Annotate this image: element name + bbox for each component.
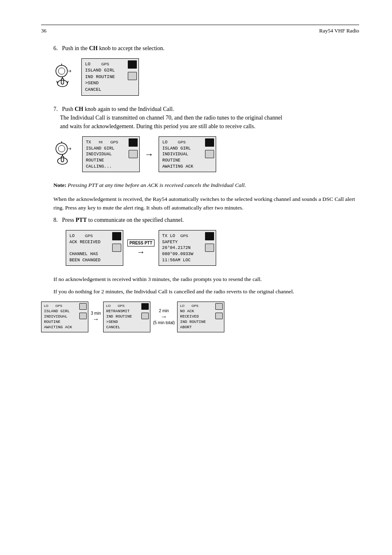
step-8-display-group: LO GPS ACK RECEIVED CHANNEL HAS BEEN CHA… xyxy=(66,230,359,266)
digit-bottom-outline xyxy=(128,72,137,80)
step-7-display2-text: LO GPS ISLAND GIRL INDIVIDUAL ROUTINE AW… xyxy=(162,139,194,169)
step-7-display1-digits xyxy=(129,138,138,158)
sm-digit-bottom-2 xyxy=(141,313,149,319)
svg-point-0 xyxy=(56,65,67,77)
page: 36 Ray54 VHF Radio 6. Push in the CH kno… xyxy=(0,0,392,555)
note-text: Pressing PTT at any time before an ACK i… xyxy=(68,182,246,188)
time-2min: 2 min xyxy=(159,309,169,313)
time-3min: 3 min xyxy=(91,311,101,315)
body-para-1: When the acknowledgement is received, th… xyxy=(53,195,359,212)
svg-rect-13 xyxy=(61,156,64,162)
bottom-display-1-digits xyxy=(79,303,87,319)
digit-safety-bottom xyxy=(205,244,214,252)
note-paragraph: Note: Pressing PTT at any time before an… xyxy=(53,181,359,189)
svg-point-10 xyxy=(58,145,65,152)
step-7-subtext: The Individual Call is transmitted on ch… xyxy=(60,113,290,131)
step-8-display2: TX LO GPS SAFETY 26°04.2172N 080°09.0933… xyxy=(159,230,216,266)
note-label: Note: xyxy=(53,182,66,188)
step-6-display: LO GPS ISLAND GIRL IND ROUTINE >SEND CAN… xyxy=(81,58,139,96)
time-5min: (5 min total) xyxy=(153,320,175,325)
svg-line-5 xyxy=(67,81,68,83)
bottom-display-3-digits xyxy=(215,303,223,319)
arrow-3min-group: 3 min → xyxy=(91,311,101,323)
step-7-text: 7. Push CH knob again to send the Indivi… xyxy=(53,105,359,131)
digit-ack-top xyxy=(112,232,121,240)
step-7-display1-text: TX HI GPS ISLAND GIRL INDIVIDUAL ROUTINE… xyxy=(86,139,118,169)
sm-digit-top-3 xyxy=(215,303,223,310)
step-6-number: 6. xyxy=(53,45,58,51)
page-number: 36 xyxy=(41,28,46,34)
bottom-sequence-group: LO GPS ISLAND GIRL INDIVIDUAL ROUTINE AW… xyxy=(41,302,359,332)
step-7-display2-digits xyxy=(205,138,214,158)
svg-rect-6 xyxy=(61,78,64,84)
bottom-display-1-text: LO GPS ISLAND GIRL INDIVIDUAL ROUTINE AW… xyxy=(44,304,73,330)
step-6-bold: CH xyxy=(89,45,98,51)
arrow-2: → xyxy=(161,313,167,320)
arrow-between-displays: → xyxy=(145,149,154,160)
svg-point-3 xyxy=(58,80,67,87)
step-6-display-group: LO GPS ISLAND GIRL IND ROUTINE >SEND CAN… xyxy=(53,58,359,96)
header-line: 36 Ray54 VHF Radio xyxy=(41,28,359,34)
digit-ack-bottom xyxy=(112,244,121,252)
step-8-bold: PTT xyxy=(76,217,87,223)
step-8-display1-text: LO GPS ACK RECEIVED CHANNEL HAS BEEN CHA… xyxy=(69,233,101,263)
bottom-display-3: LO GPS NO ACK RECEIVED IND ROUTINE ABORT xyxy=(177,302,224,332)
step-8-number: 8. xyxy=(53,217,58,223)
press-ptt-label: PRESS PTT xyxy=(127,240,154,246)
step-6-text: 6. Push in the CH knob to accept the sel… xyxy=(53,44,359,53)
sm-digit-top xyxy=(79,303,87,310)
body-para-3: If you do nothing for 2 minutes, the Ind… xyxy=(53,287,359,296)
svg-line-4 xyxy=(57,81,58,83)
svg-point-1 xyxy=(58,68,65,74)
step-7-number: 7. xyxy=(53,106,58,112)
arrow-press-ptt: → xyxy=(137,247,145,257)
step-8-display1-digits xyxy=(112,232,121,252)
body-para-2: If no acknowledgement is received within… xyxy=(53,275,359,284)
hand-icon-2 xyxy=(53,140,77,168)
step-8-display1: LO GPS ACK RECEIVED CHANNEL HAS BEEN CHA… xyxy=(66,230,123,266)
step-8-text: 8. Press PTT to communicate on the speci… xyxy=(53,216,359,224)
page-title: Ray54 VHF Radio xyxy=(319,28,359,34)
bottom-display-2-text: LO GPS RETRANSMIT IND ROUTINE >SEND CANC… xyxy=(106,304,135,330)
arrow-1: → xyxy=(92,315,99,323)
press-ptt-group: PRESS PTT → xyxy=(127,240,154,257)
bottom-display-2-digits xyxy=(141,303,149,319)
step-7-display-group: TX HI GPS ISLAND GIRL INDIVIDUAL ROUTINE… xyxy=(53,136,359,172)
step-8: 8. Press PTT to communicate on the speci… xyxy=(41,216,359,266)
digit-safety-top xyxy=(205,232,214,240)
digit-bottom-2 xyxy=(205,150,214,158)
step-7-display2: LO GPS ISLAND GIRL INDIVIDUAL ROUTINE AW… xyxy=(159,136,216,172)
bottom-display-3-text: LO GPS NO ACK RECEIVED IND ROUTINE ABORT xyxy=(180,304,209,330)
step-7: 7. Push CH knob again to send the Indivi… xyxy=(41,105,359,172)
sm-digit-bottom-3 xyxy=(215,313,223,319)
digit-top-2 xyxy=(205,138,214,147)
digit-top-filled xyxy=(128,60,137,69)
step-6-display-text: LO GPS ISLAND GIRL IND ROUTINE >SEND CAN… xyxy=(85,61,115,93)
sm-digit-bottom xyxy=(79,313,87,319)
bottom-display-2: LO GPS RETRANSMIT IND ROUTINE >SEND CANC… xyxy=(103,302,150,332)
step-6-display-digits xyxy=(128,60,137,80)
step-8-display2-text: TX LO GPS SAFETY 26°04.2172N 080°09.0933… xyxy=(162,233,194,263)
step-6: 6. Push in the CH knob to accept the sel… xyxy=(41,44,359,96)
step-7-bold: CH xyxy=(75,106,83,112)
header-rule xyxy=(41,25,359,25)
step-8-display2-digits xyxy=(205,232,214,252)
bottom-display-1: LO GPS ISLAND GIRL INDIVIDUAL ROUTINE AW… xyxy=(41,302,88,332)
sm-digit-top-2 xyxy=(141,303,149,310)
step-7-display1: TX HI GPS ISLAND GIRL INDIVIDUAL ROUTINE… xyxy=(82,136,140,172)
svg-point-9 xyxy=(56,143,67,154)
digit-bottom xyxy=(129,150,138,158)
svg-point-12 xyxy=(58,158,67,164)
arrow-2min-group: 2 min → (5 min total) xyxy=(153,309,175,325)
hand-icon xyxy=(53,63,77,91)
digit-top xyxy=(129,138,138,147)
